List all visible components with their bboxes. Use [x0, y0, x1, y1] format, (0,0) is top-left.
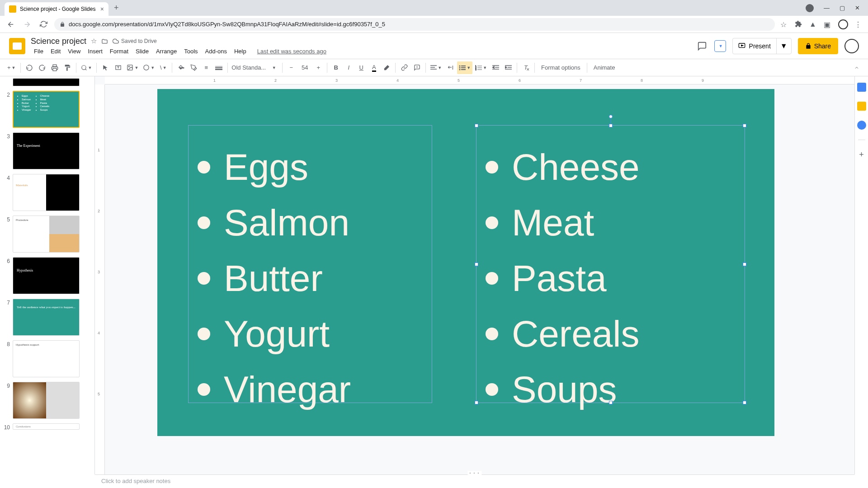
new-slide-button[interactable]: +▼ — [5, 61, 18, 74]
bullet-item[interactable]: Vinegar — [198, 361, 423, 417]
numbered-list-button[interactable]: 123 ▼ — [473, 61, 489, 74]
chrome-menu-icon[interactable]: ⋮ — [854, 20, 863, 28]
animate-button[interactable]: Animate — [590, 61, 619, 74]
highlight-button[interactable] — [381, 61, 392, 74]
browser-tab[interactable]: Science project - Google Slides × — [5, 2, 108, 16]
extensions-icon[interactable] — [795, 20, 803, 28]
maximize-icon[interactable]: ▢ — [840, 5, 845, 11]
bullet-item[interactable]: Soups — [486, 361, 736, 417]
doc-title[interactable]: Science project — [31, 37, 86, 46]
border-weight-button[interactable]: ≡ — [200, 61, 212, 74]
menu-slide[interactable]: Slide — [132, 47, 152, 56]
bullet-item[interactable]: Cereals — [486, 306, 736, 361]
resize-handle[interactable] — [609, 124, 613, 127]
comment-button[interactable] — [411, 61, 423, 74]
border-color-button[interactable] — [188, 61, 199, 74]
resize-handle[interactable] — [475, 401, 478, 404]
font-selector[interactable]: Old Standa... — [231, 61, 267, 74]
align-button[interactable]: ▼ — [429, 61, 443, 74]
close-window-icon[interactable]: ✕ — [855, 5, 860, 11]
present-button[interactable]: Present — [733, 38, 776, 54]
slide-thumb-8[interactable]: Hypothesis support — [13, 340, 80, 377]
star-icon[interactable]: ☆ — [91, 37, 97, 45]
zoom-button[interactable]: ▼ — [79, 61, 94, 74]
print-button[interactable] — [49, 61, 61, 74]
slide-thumb-1[interactable] — [13, 78, 80, 86]
slide-thumb-2[interactable]: EggsSalmonButterYogurtVinegar CheeseMeat… — [13, 91, 80, 128]
textbox-right[interactable]: Cheese Meat Pasta Cereals Soups — [476, 125, 745, 403]
move-icon[interactable] — [101, 38, 108, 45]
indent-decrease-button[interactable] — [490, 61, 501, 74]
menu-edit[interactable]: Edit — [47, 47, 64, 56]
bullet-item[interactable]: Butter — [198, 250, 423, 306]
filmstrip[interactable]: 2 EggsSalmonButterYogurtVinegar CheeseMe… — [0, 76, 95, 474]
bold-button[interactable]: B — [330, 61, 342, 74]
add-addon-icon[interactable]: + — [857, 150, 866, 159]
resize-handle[interactable] — [743, 401, 746, 404]
minimize-icon[interactable]: — — [824, 5, 830, 11]
menu-insert[interactable]: Insert — [85, 47, 106, 56]
italic-button[interactable]: I — [343, 61, 354, 74]
profile-badge-icon[interactable] — [806, 4, 814, 12]
bullet-item[interactable]: Yogurt — [198, 306, 423, 361]
tasks-icon[interactable] — [857, 121, 866, 130]
calendar-icon[interactable] — [857, 83, 866, 92]
new-tab-button[interactable]: + — [108, 3, 124, 13]
slide-thumb-10[interactable]: Conclusions — [13, 423, 80, 430]
line-spacing-button[interactable] — [444, 61, 456, 74]
account-icon[interactable] — [844, 39, 859, 53]
indent-increase-button[interactable] — [502, 61, 514, 74]
format-options-button[interactable]: Format options — [538, 61, 584, 74]
resize-handle[interactable] — [475, 124, 478, 127]
bullet-item[interactable]: Salmon — [198, 195, 423, 250]
menu-arrange[interactable]: Arrange — [153, 47, 180, 56]
textbox-left[interactable]: Eggs Salmon Butter Yogurt Vinegar — [188, 125, 432, 403]
resize-handle[interactable] — [475, 263, 478, 266]
menu-view[interactable]: View — [65, 47, 84, 56]
shape-tool[interactable]: ▼ — [141, 61, 156, 74]
forward-button[interactable] — [22, 19, 33, 30]
clear-formatting-button[interactable]: T✕ — [520, 61, 532, 74]
reload-button[interactable] — [38, 19, 49, 30]
resize-handle[interactable] — [743, 124, 746, 127]
share-button[interactable]: Share — [798, 38, 838, 54]
link-button[interactable] — [398, 61, 410, 74]
text-color-button[interactable]: A — [368, 61, 380, 74]
present-dropdown-icon[interactable]: ▼ — [714, 40, 726, 52]
close-tab-icon[interactable]: × — [100, 5, 104, 13]
last-edit-link[interactable]: Last edit was seconds ago — [254, 47, 330, 56]
ext-icon-1[interactable]: ▲ — [809, 20, 817, 28]
browser-profile-icon[interactable] — [838, 19, 848, 29]
bullet-item[interactable]: Cheese — [486, 139, 736, 195]
paint-format-button[interactable] — [61, 61, 73, 74]
url-field[interactable]: docs.google.com/presentation/d/1mxVIyQ2T… — [54, 18, 775, 31]
textbox-tool[interactable] — [112, 61, 124, 74]
slide-thumb-4[interactable]: Materials — [13, 174, 80, 211]
bookmark-icon[interactable]: ☆ — [780, 20, 788, 28]
menu-file[interactable]: File — [31, 47, 47, 56]
underline-button[interactable]: U — [355, 61, 367, 74]
bullet-item[interactable]: Meat — [486, 195, 736, 250]
slide-thumb-9[interactable] — [13, 382, 80, 419]
keep-icon[interactable] — [857, 102, 866, 111]
slide-thumb-7[interactable]: Tell the audience what you expect to hap… — [13, 299, 80, 336]
line-tool[interactable]: \▼ — [157, 61, 169, 74]
border-dash-button[interactable] — [213, 61, 225, 74]
back-button[interactable] — [5, 19, 16, 30]
menu-addons[interactable]: Add-ons — [202, 47, 230, 56]
image-tool[interactable]: ▼ — [125, 61, 140, 74]
fill-color-button[interactable] — [175, 61, 187, 74]
ext-icon-2[interactable]: ▣ — [824, 20, 832, 28]
resize-handle[interactable] — [609, 401, 613, 404]
font-size-input[interactable]: 54 — [298, 61, 311, 74]
font-dropdown-icon[interactable]: ▼ — [268, 61, 279, 74]
font-size-increase[interactable]: + — [312, 61, 324, 74]
toolbar-collapse-icon[interactable] — [851, 61, 863, 74]
present-dropdown[interactable]: ▼ — [776, 38, 791, 54]
menu-format[interactable]: Format — [107, 47, 132, 56]
bullet-item[interactable]: Pasta — [486, 250, 736, 306]
menu-tools[interactable]: Tools — [181, 47, 201, 56]
select-tool[interactable] — [99, 61, 111, 74]
slide-thumb-6[interactable]: Hypothesis — [13, 257, 80, 294]
bullet-item[interactable]: Eggs — [198, 139, 423, 195]
